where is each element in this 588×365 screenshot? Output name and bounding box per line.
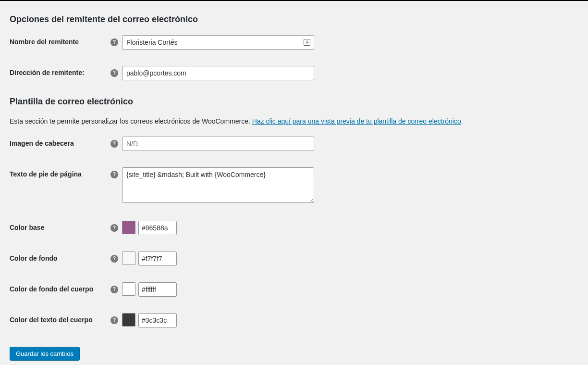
desc-suffix: . <box>461 117 463 125</box>
label-footer-text: Texto de pie de página <box>10 167 110 178</box>
base-color-swatch[interactable] <box>122 221 135 234</box>
field-row-body-bg-color: Color de fondo del cuerpo ? <box>10 282 578 297</box>
save-button[interactable]: Guardar los cambios <box>10 347 80 361</box>
control-header-image <box>122 137 314 151</box>
footer-text-input[interactable] <box>122 167 314 203</box>
help-footer-text[interactable]: ? <box>110 167 122 178</box>
label-header-image: Imagen de cabecera <box>10 137 110 147</box>
help-sender-name[interactable]: ? <box>110 35 122 46</box>
help-icon: ? <box>110 286 118 293</box>
field-row-sender-email: Dirección de remitente: ? <box>10 66 578 80</box>
label-bg-color: Color de fondo <box>10 252 110 262</box>
help-bg-color[interactable]: ? <box>110 252 122 263</box>
control-footer-text <box>122 167 314 204</box>
form-table: Nombre del remitente ? ⎘ Dirección de re… <box>10 35 578 80</box>
settings-page: Opciones del remitente del correo electr… <box>0 14 588 365</box>
desc-prefix: Esta sección te permite personalizar los… <box>10 117 252 125</box>
control-sender-email <box>122 66 314 80</box>
help-body-bg-color[interactable]: ? <box>110 282 122 293</box>
field-row-body-text-color: Color del texto del cuerpo ? <box>10 313 578 327</box>
help-icon: ? <box>110 316 118 324</box>
help-icon: ? <box>110 69 118 77</box>
top-divider <box>0 0 588 1</box>
sender-email-input[interactable] <box>122 66 314 80</box>
body-bg-color-input[interactable] <box>138 282 177 297</box>
help-icon: ? <box>110 255 118 263</box>
label-body-text-color: Color del texto del cuerpo <box>10 313 110 324</box>
header-image-input[interactable] <box>122 137 314 151</box>
control-base-color <box>122 221 177 235</box>
field-row-sender-name: Nombre del remitente ? ⎘ <box>10 35 578 50</box>
bg-color-swatch[interactable] <box>122 252 135 265</box>
control-bg-color <box>122 252 177 266</box>
help-icon: ? <box>110 171 118 178</box>
help-base-color[interactable]: ? <box>110 221 122 232</box>
help-sender-email[interactable]: ? <box>110 66 122 77</box>
section-template-title: Plantilla de correo electrónico <box>10 97 578 107</box>
section-sender-options-title: Opciones del remitente del correo electr… <box>10 14 578 25</box>
field-row-header-image: Imagen de cabecera ? <box>10 137 578 151</box>
body-text-color-swatch[interactable] <box>122 313 135 327</box>
base-color-input[interactable] <box>138 221 177 235</box>
form-table-2: Imagen de cabecera ? Texto de pie de pág… <box>10 137 578 327</box>
control-sender-name: ⎘ <box>122 35 314 50</box>
bg-color-input[interactable] <box>138 252 177 266</box>
body-text-color-input[interactable] <box>138 313 177 327</box>
help-icon: ? <box>110 38 118 46</box>
sender-name-input[interactable] <box>122 35 314 50</box>
help-body-text-color[interactable]: ? <box>110 313 122 324</box>
label-sender-email: Dirección de remitente: <box>10 66 110 76</box>
help-icon: ? <box>110 224 118 232</box>
field-row-footer-text: Texto de pie de página ? <box>10 167 578 204</box>
help-icon: ? <box>110 140 118 148</box>
field-row-bg-color: Color de fondo ? <box>10 252 578 266</box>
label-base-color: Color base <box>10 221 110 231</box>
control-body-text-color <box>122 313 177 327</box>
label-sender-name: Nombre del remitente <box>10 35 110 46</box>
field-row-base-color: Color base ? <box>10 221 578 235</box>
body-bg-color-swatch[interactable] <box>122 282 135 296</box>
label-body-bg-color: Color de fondo del cuerpo <box>10 282 110 293</box>
section-template-desc: Esta sección te permite personalizar los… <box>10 117 578 125</box>
control-body-bg-color <box>122 282 177 297</box>
desc-preview-link[interactable]: Haz clic aquí para una vista previa de t… <box>252 117 461 125</box>
help-header-image[interactable]: ? <box>110 137 122 148</box>
